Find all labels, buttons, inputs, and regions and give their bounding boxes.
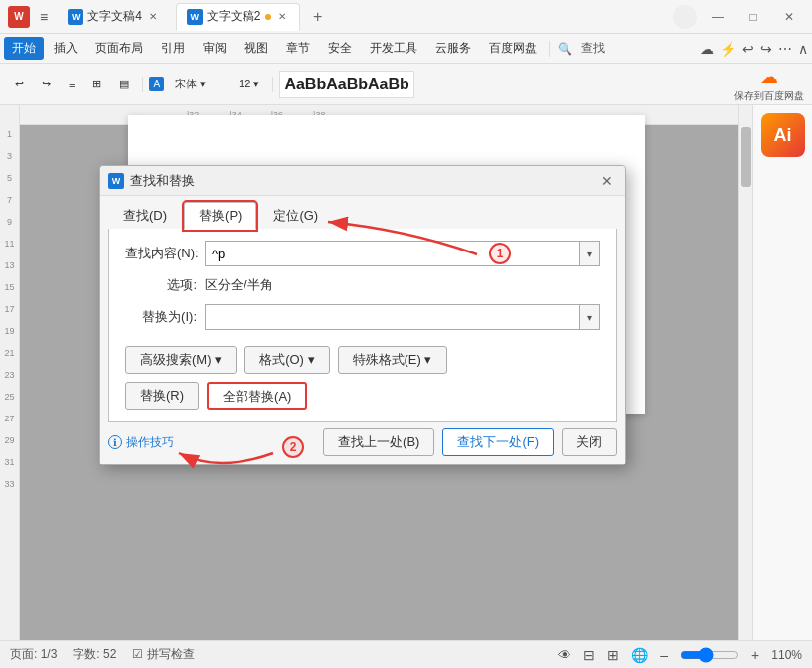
menu-item-cloud[interactable]: 云服务 — [427, 37, 479, 60]
tab-replace[interactable]: 替换(P) — [184, 202, 256, 230]
tab-file-1[interactable]: W 文字文稿4 ✕ — [58, 3, 170, 31]
view-icon-2[interactable]: ⊟ — [583, 647, 595, 663]
advanced-buttons-row: 高级搜索(M) ▾ 格式(O) ▾ 特殊格式(E) ▾ — [125, 346, 600, 374]
main-area: 1 3 5 7 9 11 13 15 17 19 21 23 25 27 29 … — [0, 105, 812, 640]
replace-input[interactable] — [206, 305, 579, 329]
toolbar-format3[interactable]: ▤ — [112, 75, 136, 93]
status-right: 👁 ⊟ ⊞ 🌐 – + 110% — [558, 647, 802, 663]
tab-goto[interactable]: 定位(G) — [258, 202, 333, 229]
maximize-button[interactable]: □ — [738, 5, 768, 29]
find-dropdown-btn[interactable]: ▾ — [579, 242, 599, 265]
find-content-row: 查找内容(N): ▾ — [125, 241, 600, 266]
view-icon-1[interactable]: 👁 — [558, 647, 571, 663]
view-icon-4[interactable]: 🌐 — [631, 647, 648, 663]
dialog-tabs: 查找(D) 替换(P) 定位(G) — [100, 196, 625, 229]
replace-dropdown-btn[interactable]: ▾ — [579, 305, 599, 329]
toolbar-extra-icon1[interactable]: ☁ — [700, 41, 714, 57]
avatar[interactable] — [673, 5, 697, 29]
tab2-label: 文字文稿2 — [207, 8, 261, 25]
toolbar-format1[interactable]: ≡ — [62, 76, 81, 93]
toolbar-font-size[interactable]: 12 ▾ — [232, 75, 266, 93]
toolbar-div2 — [272, 77, 273, 92]
toolbar-undo[interactable]: ↩ — [8, 75, 31, 93]
tab-file-2[interactable]: W 文字文稿2 ✕ — [176, 3, 300, 31]
zoom-plus-btn[interactable]: + — [751, 647, 759, 663]
find-prev-button[interactable]: 查找上一处(B) — [323, 428, 434, 456]
search-label[interactable]: 查找 — [578, 40, 608, 57]
menu-item-review[interactable]: 审阅 — [195, 37, 235, 60]
tab2-icon: W — [187, 9, 203, 25]
dialog-close-button[interactable]: ✕ — [597, 171, 617, 191]
dialog-overlay: W 查找和替换 ✕ 查找(D) 替换(P) 定位(G) — [0, 105, 812, 640]
tab1-label: 文字文稿4 — [87, 8, 142, 25]
toolbar-font-name[interactable]: 宋体 ▾ — [168, 74, 228, 94]
search-icon: 🔍 — [554, 42, 576, 56]
tab1-icon: W — [68, 9, 83, 25]
tips-link[interactable]: ℹ 操作技巧 — [108, 434, 174, 451]
replace-all-button[interactable]: 全部替换(A) — [207, 382, 307, 410]
replace-label: 替换为(I): — [125, 308, 205, 326]
page-info: 页面: 1/3 — [10, 646, 57, 663]
wps-logo: W — [8, 6, 30, 28]
tab-find[interactable]: 查找(D) — [108, 202, 182, 229]
special-format-button[interactable]: 特殊格式(E) ▾ — [338, 346, 447, 374]
options-value: 区分全/半角 — [205, 276, 273, 294]
title-bar-left: W ≡ W 文字文稿4 ✕ W 文字文稿2 ✕ + — [8, 3, 330, 31]
toolbar-more-icon[interactable]: ⋯ — [778, 41, 792, 57]
minimize-button[interactable]: — — [703, 5, 732, 29]
toolbar-extra-icon4[interactable]: ↪ — [760, 41, 772, 57]
view-icon-3[interactable]: ⊞ — [607, 647, 619, 663]
tab2-close-icon[interactable]: ✕ — [275, 10, 289, 24]
menu-divider — [549, 41, 550, 57]
toolbar-redo[interactable]: ↪ — [35, 75, 58, 93]
replace-row: 替换为(I): ▾ — [125, 304, 600, 330]
toolbar-style-tag[interactable]: A — [149, 77, 164, 91]
toolbar-format2[interactable]: ⊞ — [85, 75, 108, 93]
replace-buttons-row: 替换(R) 全部替换(A) — [125, 382, 600, 410]
find-replace-dialog: W 查找和替换 ✕ 查找(D) 替换(P) 定位(G) — [99, 165, 626, 465]
menu-item-baidu[interactable]: 百度网盘 — [481, 37, 545, 60]
format-button[interactable]: 格式(O) ▾ — [244, 346, 329, 374]
dialog-title-bar: W 查找和替换 ✕ — [100, 166, 625, 196]
tab2-modified-dot — [265, 14, 271, 20]
close-button[interactable]: ✕ — [774, 5, 804, 29]
find-next-button[interactable]: 查找下一处(F) — [442, 428, 554, 456]
menu-item-dev[interactable]: 开发工具 — [362, 37, 425, 60]
menu-item-start[interactable]: 开始 — [4, 37, 44, 60]
zoom-level: 110% — [771, 648, 802, 662]
word-count: 字数: 52 — [73, 646, 116, 663]
find-input[interactable] — [206, 242, 579, 265]
zoom-slider[interactable] — [680, 647, 739, 663]
spell-check[interactable]: ☑ 拼写检查 — [132, 646, 194, 663]
title-bar: W ≡ W 文字文稿4 ✕ W 文字文稿2 ✕ + — □ ✕ — [0, 0, 812, 34]
toolbar-chevron-icon[interactable]: ∧ — [798, 41, 808, 57]
advanced-search-button[interactable]: 高级搜索(M) ▾ — [125, 346, 237, 374]
options-label: 选项: — [125, 276, 205, 294]
save-to-cloud-btn[interactable]: ☁ 保存到百度网盘 — [734, 66, 804, 103]
menu-item-chapter[interactable]: 章节 — [278, 37, 318, 60]
tab1-close-icon[interactable]: ✕ — [146, 10, 160, 24]
dialog-body: 查找内容(N): ▾ 选项: 区分全/半角 替换为(I): ▾ — [108, 229, 617, 422]
replace-button[interactable]: 替换(R) — [125, 382, 199, 410]
add-tab-button[interactable]: + — [306, 5, 330, 29]
find-input-wrapper: ▾ — [205, 241, 600, 266]
menu-item-insert[interactable]: 插入 — [46, 37, 85, 60]
replace-input-wrapper: ▾ — [205, 304, 600, 330]
hamburger-icon[interactable]: ≡ — [36, 7, 52, 27]
nav-buttons: 查找上一处(B) 查找下一处(F) 关闭 — [323, 428, 617, 456]
menu-bar: 开始 插入 页面布局 引用 审阅 视图 章节 安全 开发工具 云服务 百度网盘 … — [0, 34, 812, 64]
tips-label: 操作技巧 — [126, 434, 174, 451]
close-dialog-button[interactable]: 关闭 — [562, 428, 617, 456]
options-row: 选项: 区分全/半角 — [125, 276, 600, 294]
menu-item-security[interactable]: 安全 — [320, 37, 360, 60]
menu-item-layout[interactable]: 页面布局 — [87, 37, 151, 60]
zoom-minus-btn[interactable]: – — [660, 647, 668, 663]
toolbar-extra-icon2[interactable]: ⚡ — [720, 41, 736, 57]
menu-item-view[interactable]: 视图 — [237, 37, 276, 60]
toolbar-extra-icon3[interactable]: ↩ — [742, 41, 754, 57]
menu-item-ref[interactable]: 引用 — [153, 37, 193, 60]
tips-icon: ℹ — [108, 435, 122, 449]
dialog-action-row: ℹ 操作技巧 查找上一处(B) 查找下一处(F) 关闭 — [100, 422, 625, 464]
toolbar-div1 — [142, 77, 143, 92]
dialog-icon: W — [108, 173, 124, 189]
